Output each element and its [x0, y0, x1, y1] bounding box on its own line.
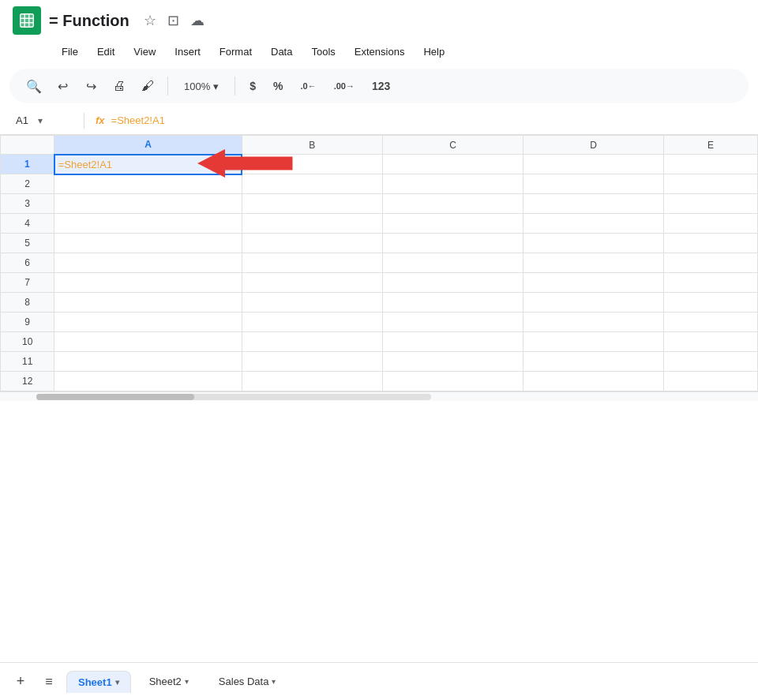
cell-A12[interactable]: [54, 372, 242, 391]
col-header-A[interactable]: A: [54, 136, 242, 155]
cell-D2[interactable]: [523, 174, 664, 194]
cell-C3[interactable]: [382, 194, 523, 214]
cell-B7[interactable]: [242, 273, 382, 293]
cell-D9[interactable]: [523, 313, 664, 332]
cell-B9[interactable]: [242, 313, 382, 332]
currency-button[interactable]: $: [243, 77, 262, 95]
zoom-control[interactable]: 100% ▾: [176, 77, 227, 95]
cell-A10[interactable]: [54, 332, 242, 352]
cell-D8[interactable]: [523, 293, 664, 313]
formula-bar: A1 ▾ fx =Sheet2!A1: [0, 107, 758, 135]
cell-E6[interactable]: [664, 253, 758, 273]
star-icon[interactable]: ☆: [144, 12, 156, 29]
cell-A7[interactable]: [54, 273, 242, 293]
cell-B6[interactable]: [242, 253, 382, 273]
cell-A1[interactable]: =Sheet2!A1: [54, 155, 242, 174]
cell-B8[interactable]: [242, 293, 382, 313]
cell-D1[interactable]: [523, 155, 664, 174]
number-format-button[interactable]: 123: [366, 77, 396, 95]
undo-icon[interactable]: ↩: [51, 74, 74, 98]
decimal-decrease-button[interactable]: .0←: [295, 78, 323, 94]
cell-C1[interactable]: [382, 155, 523, 174]
cell-B10[interactable]: [242, 332, 382, 352]
cell-A3[interactable]: [54, 194, 242, 214]
cell-reference[interactable]: A1 ▾: [9, 113, 73, 128]
cell-C6[interactable]: [382, 253, 523, 273]
cell-B3[interactable]: [242, 194, 382, 214]
cell-E5[interactable]: [664, 234, 758, 253]
menu-edit[interactable]: Edit: [89, 43, 122, 61]
menu-insert[interactable]: Insert: [167, 43, 208, 61]
menu-file[interactable]: File: [54, 43, 86, 61]
scrollbar-thumb[interactable]: [36, 394, 194, 400]
cell-D6[interactable]: [523, 253, 664, 273]
cloud-icon[interactable]: ☁: [190, 12, 205, 29]
cell-B11[interactable]: [242, 352, 382, 372]
menu-extensions[interactable]: Extensions: [347, 43, 413, 61]
cell-D10[interactable]: [523, 332, 664, 352]
cell-E2[interactable]: [664, 174, 758, 194]
cell-E4[interactable]: [664, 214, 758, 234]
cell-D3[interactable]: [523, 194, 664, 214]
redo-icon[interactable]: ↪: [79, 74, 103, 98]
cell-E1[interactable]: [664, 155, 758, 174]
cell-A2[interactable]: [54, 174, 242, 194]
cell-C11[interactable]: [382, 352, 523, 372]
cell-D12[interactable]: [523, 372, 664, 391]
menu-bar: File Edit View Insert Format Data Tools …: [0, 41, 758, 66]
col-header-B[interactable]: B: [242, 136, 382, 155]
sheet-menu-button[interactable]: ≡: [38, 671, 60, 693]
menu-data[interactable]: Data: [263, 43, 300, 61]
cell-B12[interactable]: [242, 372, 382, 391]
cell-E9[interactable]: [664, 313, 758, 332]
sheet-tab-sales-data[interactable]: Sales Data ▾: [207, 670, 288, 693]
cell-E11[interactable]: [664, 352, 758, 372]
cell-E8[interactable]: [664, 293, 758, 313]
menu-format[interactable]: Format: [212, 43, 260, 61]
cell-A5[interactable]: [54, 234, 242, 253]
cell-A8[interactable]: [54, 293, 242, 313]
row-num-8: 8: [1, 293, 54, 313]
search-icon[interactable]: 🔍: [22, 74, 46, 98]
sheet-tab-sheet1[interactable]: Sheet1 ▾: [66, 671, 131, 693]
folder-icon[interactable]: ⊡: [167, 12, 179, 29]
cell-A9[interactable]: [54, 313, 242, 332]
cell-C7[interactable]: [382, 273, 523, 293]
cell-E10[interactable]: [664, 332, 758, 352]
cell-B4[interactable]: [242, 214, 382, 234]
print-icon[interactable]: 🖨: [107, 74, 131, 98]
cell-D11[interactable]: [523, 352, 664, 372]
cell-C9[interactable]: [382, 313, 523, 332]
col-header-D[interactable]: D: [523, 136, 664, 155]
cell-A4[interactable]: [54, 214, 242, 234]
cell-B1[interactable]: [242, 155, 382, 174]
cell-E3[interactable]: [664, 194, 758, 214]
cell-C12[interactable]: [382, 372, 523, 391]
cell-A6[interactable]: [54, 253, 242, 273]
cell-E7[interactable]: [664, 273, 758, 293]
menu-view[interactable]: View: [126, 43, 163, 61]
cell-C8[interactable]: [382, 293, 523, 313]
cell-E12[interactable]: [664, 372, 758, 391]
cell-C4[interactable]: [382, 214, 523, 234]
cell-C2[interactable]: [382, 174, 523, 194]
add-sheet-button[interactable]: +: [9, 671, 32, 693]
menu-tools[interactable]: Tools: [303, 43, 343, 61]
col-header-E[interactable]: E: [664, 136, 758, 155]
cell-B2[interactable]: [242, 174, 382, 194]
cell-D4[interactable]: [523, 214, 664, 234]
sheet-tab-sheet2[interactable]: Sheet2 ▾: [137, 670, 201, 693]
percent-button[interactable]: %: [267, 77, 289, 95]
cell-D5[interactable]: [523, 234, 664, 253]
cell-A11[interactable]: [54, 352, 242, 372]
paint-format-icon[interactable]: 🖌: [136, 74, 159, 98]
app-logo: [13, 6, 41, 35]
scrollbar-row[interactable]: [0, 391, 758, 401]
cell-C10[interactable]: [382, 332, 523, 352]
menu-help[interactable]: Help: [415, 43, 452, 61]
decimal-increase-button[interactable]: .00→: [328, 78, 361, 94]
cell-D7[interactable]: [523, 273, 664, 293]
cell-B5[interactable]: [242, 234, 382, 253]
col-header-C[interactable]: C: [382, 136, 523, 155]
cell-C5[interactable]: [382, 234, 523, 253]
